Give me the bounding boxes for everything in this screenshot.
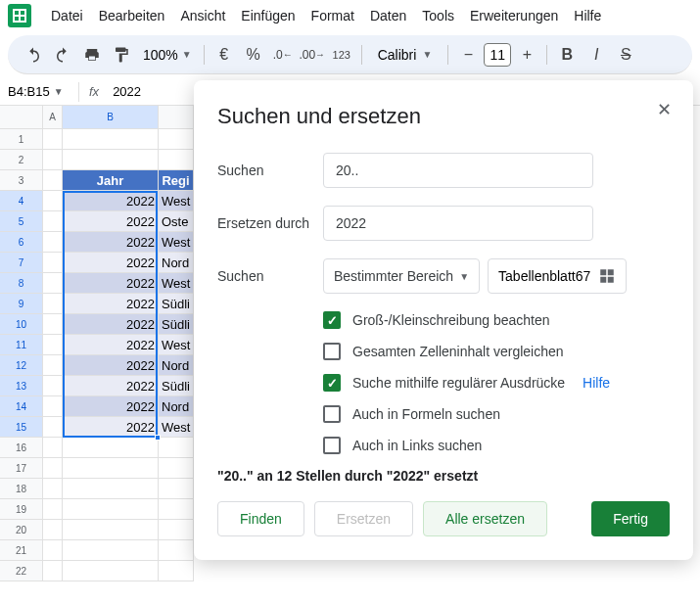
cell[interactable]: West bbox=[159, 232, 194, 253]
cell[interactable] bbox=[43, 561, 63, 581]
row-header[interactable]: 19 bbox=[0, 499, 43, 520]
cell[interactable]: 2022 bbox=[63, 232, 159, 253]
cell[interactable] bbox=[159, 520, 194, 540]
row-header[interactable]: 8 bbox=[0, 273, 43, 294]
row-header[interactable]: 1 bbox=[0, 129, 43, 150]
cell[interactable]: Oste bbox=[159, 211, 194, 232]
cell[interactable] bbox=[159, 438, 194, 458]
cell[interactable] bbox=[43, 191, 63, 211]
entire-cell-checkbox[interactable] bbox=[323, 343, 341, 360]
cell[interactable] bbox=[43, 273, 63, 294]
cell[interactable] bbox=[63, 499, 159, 520]
search-input[interactable] bbox=[323, 153, 593, 188]
row-header[interactable]: 18 bbox=[0, 479, 43, 499]
replace-input[interactable] bbox=[323, 206, 593, 241]
cell[interactable] bbox=[159, 499, 194, 520]
italic-button[interactable]: I bbox=[583, 41, 610, 69]
currency-button[interactable]: € bbox=[210, 41, 238, 69]
row-header[interactable]: 4 bbox=[0, 191, 43, 211]
row-header[interactable]: 5 bbox=[0, 211, 43, 232]
sheets-logo[interactable] bbox=[8, 4, 31, 27]
cell[interactable] bbox=[43, 150, 63, 170]
cell[interactable]: West bbox=[159, 273, 194, 294]
menu-einfügen[interactable]: Einfügen bbox=[233, 4, 303, 27]
menu-hilfe[interactable]: Hilfe bbox=[566, 4, 609, 27]
cell[interactable]: Südli bbox=[159, 314, 194, 335]
match-case-checkbox[interactable] bbox=[323, 311, 341, 329]
cell[interactable]: West bbox=[159, 335, 194, 355]
undo-button[interactable] bbox=[20, 41, 47, 69]
cell[interactable] bbox=[43, 376, 63, 396]
cell[interactable]: Nord bbox=[159, 253, 194, 273]
cell[interactable] bbox=[43, 479, 63, 499]
name-box[interactable]: B4:B15▼ bbox=[0, 84, 78, 99]
col-header-c[interactable] bbox=[159, 106, 194, 129]
cell[interactable] bbox=[63, 479, 159, 499]
cell[interactable] bbox=[43, 520, 63, 540]
cell[interactable] bbox=[43, 438, 63, 458]
cell[interactable]: 2022 bbox=[63, 417, 159, 438]
cell[interactable]: Regi bbox=[159, 170, 194, 191]
cell[interactable]: Südli bbox=[159, 376, 194, 396]
cell[interactable]: West bbox=[159, 417, 194, 438]
cell[interactable]: West bbox=[159, 191, 194, 211]
menu-daten[interactable]: Daten bbox=[362, 4, 414, 27]
cell[interactable]: 2022 bbox=[63, 253, 159, 273]
redo-button[interactable] bbox=[49, 41, 76, 69]
cell[interactable] bbox=[43, 232, 63, 253]
cell[interactable] bbox=[159, 479, 194, 499]
cell[interactable] bbox=[159, 150, 194, 170]
cell[interactable] bbox=[63, 540, 159, 561]
row-header[interactable]: 13 bbox=[0, 376, 43, 396]
cell[interactable] bbox=[159, 458, 194, 479]
row-header[interactable]: 21 bbox=[0, 540, 43, 561]
cell[interactable]: 2022 bbox=[63, 314, 159, 335]
select-all-corner[interactable] bbox=[0, 106, 43, 129]
cell[interactable]: 2022 bbox=[63, 355, 159, 376]
done-button[interactable]: Fertig bbox=[591, 501, 670, 536]
cell[interactable] bbox=[63, 520, 159, 540]
row-header[interactable]: 14 bbox=[0, 396, 43, 417]
increase-decimal-button[interactable]: .00→ bbox=[299, 41, 326, 69]
cell[interactable]: Jahr bbox=[63, 170, 159, 191]
selection-handle[interactable] bbox=[155, 435, 161, 441]
row-header[interactable]: 17 bbox=[0, 458, 43, 479]
row-header[interactable]: 11 bbox=[0, 335, 43, 355]
bold-button[interactable]: B bbox=[553, 41, 581, 69]
links-checkbox[interactable] bbox=[323, 437, 341, 454]
formulas-checkbox[interactable] bbox=[323, 405, 341, 423]
cell[interactable] bbox=[43, 499, 63, 520]
row-header[interactable]: 6 bbox=[0, 232, 43, 253]
menu-format[interactable]: Format bbox=[303, 4, 362, 27]
increase-font-button[interactable]: + bbox=[513, 41, 540, 69]
percent-button[interactable]: % bbox=[240, 41, 267, 69]
formula-input[interactable]: 2022 bbox=[109, 84, 145, 99]
row-header[interactable]: 15 bbox=[0, 417, 43, 438]
paint-format-button[interactable] bbox=[108, 41, 135, 69]
row-header[interactable]: 7 bbox=[0, 253, 43, 273]
menu-datei[interactable]: Datei bbox=[43, 4, 91, 27]
cell[interactable]: Nord bbox=[159, 396, 194, 417]
row-header[interactable]: 9 bbox=[0, 294, 43, 314]
cell[interactable] bbox=[43, 335, 63, 355]
cell[interactable] bbox=[43, 129, 63, 150]
cell[interactable] bbox=[43, 417, 63, 438]
font-size-input[interactable] bbox=[484, 43, 511, 67]
find-button[interactable]: Finden bbox=[217, 501, 304, 536]
cell[interactable] bbox=[43, 314, 63, 335]
cell[interactable] bbox=[159, 561, 194, 581]
replace-all-button[interactable]: Alle ersetzen bbox=[423, 501, 547, 536]
close-button[interactable]: ✕ bbox=[652, 98, 676, 121]
cell[interactable]: 2022 bbox=[63, 211, 159, 232]
cell[interactable] bbox=[43, 170, 63, 191]
row-header[interactable]: 12 bbox=[0, 355, 43, 376]
col-header-a[interactable]: A bbox=[43, 106, 63, 129]
menu-bearbeiten[interactable]: Bearbeiten bbox=[91, 4, 173, 27]
menu-ansicht[interactable]: Ansicht bbox=[172, 4, 233, 27]
cell[interactable]: 2022 bbox=[63, 294, 159, 314]
range-input[interactable]: Tabellenblatt67 bbox=[488, 258, 627, 294]
cell[interactable] bbox=[43, 458, 63, 479]
cell[interactable] bbox=[159, 129, 194, 150]
cell[interactable] bbox=[43, 294, 63, 314]
cell[interactable] bbox=[43, 355, 63, 376]
